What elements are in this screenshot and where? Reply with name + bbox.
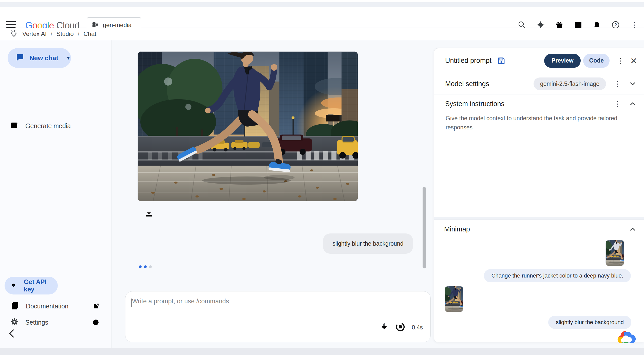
- prompt-more-options-icon[interactable]: ⋮: [615, 57, 626, 65]
- gear-icon: [10, 318, 19, 327]
- prompt-input[interactable]: [132, 298, 385, 328]
- theme-brightness-icon[interactable]: [92, 318, 100, 326]
- key-icon: [11, 281, 20, 291]
- external-link-icon: [92, 302, 100, 310]
- chat-scrollbar[interactable]: [423, 187, 426, 268]
- system-instructions-placeholder[interactable]: Give the model context to understand the…: [446, 114, 631, 132]
- model-settings-row[interactable]: Model settings gemini-2.5-flash-image ⋮: [434, 73, 644, 94]
- save-icon[interactable]: [497, 56, 506, 65]
- vertex-ai-studio-chat-app: Google Cloud gen-media: [0, 0, 644, 355]
- browser-gap-strip: [0, 2, 644, 7]
- prompt-tools: 0.4s: [380, 322, 423, 333]
- system-instructions-row[interactable]: System instructions ⋮: [434, 95, 644, 113]
- app-header: Google Cloud gen-media: [0, 7, 644, 28]
- vertex-ai-icon: [10, 29, 18, 39]
- chat-bubble-icon: [16, 53, 24, 63]
- svg-text:?: ?: [614, 23, 617, 27]
- breadcrumb-separator: /: [51, 30, 52, 37]
- collapse-sidebar-icon[interactable]: [8, 328, 19, 339]
- generate-media-label: Generate media: [25, 122, 71, 130]
- documentation-label: Documentation: [26, 303, 68, 310]
- get-api-key-button[interactable]: Get API key: [5, 277, 58, 294]
- minimap-header-row[interactable]: Minimap: [434, 220, 644, 239]
- user-message-bubble: slightly blur the background: [323, 233, 413, 254]
- sidebar-item-documentation[interactable]: Documentation: [0, 299, 111, 313]
- chevron-up-icon[interactable]: [628, 100, 637, 108]
- minimap-message-bubble: Change the runner's jacket color to a de…: [484, 269, 631, 282]
- generate-media-icon: [10, 121, 19, 131]
- prompt-panel: Untitled prompt Preview Code ⋮ × Model s…: [434, 48, 644, 342]
- project-name: gen-media: [103, 22, 131, 29]
- chevron-down-icon[interactable]: [628, 80, 637, 88]
- breadcrumb: Vertex AI / Studio / Chat: [0, 28, 644, 40]
- generation-timer: 0.4s: [412, 324, 423, 331]
- model-settings-label: Model settings: [445, 80, 489, 88]
- model-name-badge[interactable]: gemini-2.5-flash-image: [534, 77, 606, 90]
- stop-generating-icon[interactable]: [395, 322, 405, 333]
- settings-label: Settings: [25, 319, 48, 326]
- prompt-input-container: 0.4s: [125, 291, 431, 342]
- microphone-icon[interactable]: [380, 323, 389, 332]
- generated-image-runner[interactable]: [138, 51, 358, 201]
- system-instructions-more-options-icon[interactable]: ⋮: [612, 100, 623, 108]
- new-chat-label: New chat: [29, 54, 58, 62]
- section-divider: [434, 217, 644, 220]
- close-panel-icon[interactable]: ×: [630, 55, 637, 66]
- chevron-down-icon[interactable]: ▾: [67, 55, 70, 61]
- download-icon[interactable]: [143, 208, 155, 219]
- top-strip: [0, 0, 644, 2]
- documentation-icon: [10, 301, 19, 311]
- breadcrumb-separator: /: [78, 30, 80, 37]
- code-button[interactable]: Code: [583, 54, 610, 68]
- response-loading-indicator: [139, 265, 152, 268]
- chevron-up-icon[interactable]: [628, 225, 637, 233]
- sidebar-item-generate-media[interactable]: Generate media: [0, 119, 111, 133]
- prompt-panel-header: Untitled prompt Preview Code ⋮ ×: [434, 48, 644, 73]
- minimap-thumbnail-navy-jacket[interactable]: [445, 286, 463, 312]
- sidebar-item-settings[interactable]: Settings: [0, 315, 111, 329]
- preview-button[interactable]: Preview: [544, 54, 581, 68]
- new-chat-button[interactable]: New chat ▾: [8, 48, 71, 68]
- breadcrumb-vertex-ai[interactable]: Vertex AI: [22, 30, 47, 37]
- breadcrumb-chat[interactable]: Chat: [83, 30, 96, 37]
- google-cloud-assistant-fab[interactable]: [615, 327, 636, 348]
- system-instructions-label: System instructions: [445, 100, 504, 108]
- minimap-label: Minimap: [444, 225, 470, 233]
- get-api-key-label: Get API key: [24, 278, 58, 293]
- model-more-options-icon[interactable]: ⋮: [612, 80, 623, 88]
- bottom-strip: [0, 348, 644, 355]
- breadcrumb-studio[interactable]: Studio: [56, 30, 74, 37]
- sidebar: New chat ▾ Generate media Get API key Do…: [0, 40, 111, 348]
- menu-icon[interactable]: [6, 21, 16, 28]
- prompt-title[interactable]: Untitled prompt: [445, 57, 491, 65]
- minimap-thumbnail-original[interactable]: [605, 240, 624, 266]
